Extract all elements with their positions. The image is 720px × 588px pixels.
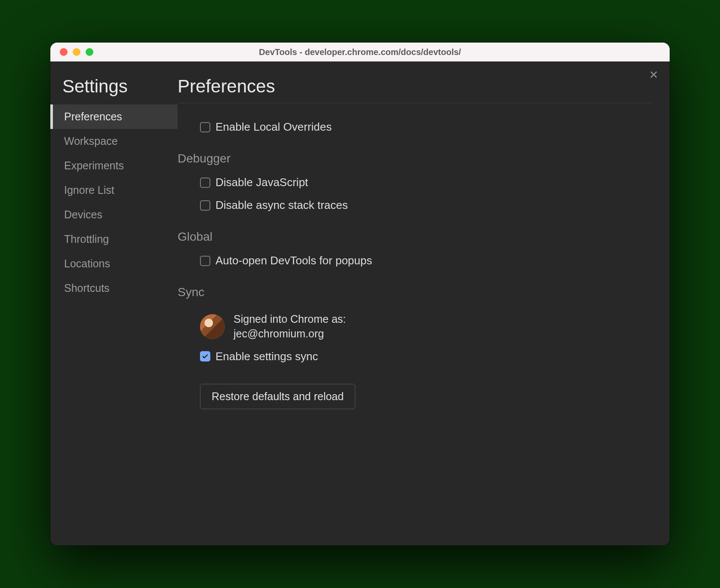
sidebar-item-locations[interactable]: Locations [50, 251, 178, 276]
section-title-global: Global [178, 230, 644, 244]
option-label: Disable async stack traces [215, 199, 348, 212]
option-enable-local-overrides[interactable]: Enable Local Overrides [178, 103, 644, 137]
minimize-window-icon[interactable] [73, 48, 80, 56]
option-label: Enable Local Overrides [215, 120, 332, 134]
option-auto-open-devtools-popups[interactable]: Auto-open DevTools for popups [178, 248, 644, 271]
option-label: Auto-open DevTools for popups [215, 254, 372, 267]
sidebar-item-shortcuts[interactable]: Shortcuts [50, 276, 178, 300]
signed-in-label: Signed into Chrome as: [234, 312, 346, 327]
section-title-sync: Sync [178, 285, 644, 299]
devtools-window: DevTools - developer.chrome.com/docs/dev… [50, 43, 670, 545]
restore-defaults-button[interactable]: Restore defaults and reload [200, 384, 355, 409]
close-icon[interactable]: ✕ [649, 69, 658, 80]
checkbox-icon[interactable] [200, 351, 210, 361]
maximize-window-icon[interactable] [86, 48, 93, 56]
sidebar-item-ignore-list[interactable]: Ignore List [50, 178, 178, 202]
sidebar-item-devices[interactable]: Devices [50, 202, 178, 227]
checkbox-icon[interactable] [200, 178, 210, 188]
preferences-scroll[interactable]: Enable Local Overrides Debugger Disable … [178, 103, 652, 545]
checkbox-icon[interactable] [200, 122, 210, 132]
preferences-panel: Preferences Enable Local Overrides Debug… [178, 61, 670, 545]
option-label: Enable settings sync [215, 350, 318, 363]
option-disable-async-stack-traces[interactable]: Disable async stack traces [178, 193, 644, 215]
settings-sidebar: Settings Preferences Workspace Experimen… [50, 61, 178, 545]
option-disable-javascript[interactable]: Disable JavaScript [178, 170, 644, 193]
titlebar: DevTools - developer.chrome.com/docs/dev… [50, 43, 670, 61]
avatar [200, 314, 225, 339]
option-enable-settings-sync[interactable]: Enable settings sync [178, 344, 644, 367]
sidebar-item-throttling[interactable]: Throttling [50, 227, 178, 251]
sync-account-text: Signed into Chrome as: jec@chromium.org [234, 312, 346, 341]
option-label: Disable JavaScript [215, 176, 308, 189]
sidebar-item-preferences[interactable]: Preferences [50, 104, 178, 129]
section-title-debugger: Debugger [178, 152, 644, 165]
sidebar-title: Settings [50, 76, 178, 104]
close-window-icon[interactable] [60, 48, 68, 56]
sync-account-row: Signed into Chrome as: jec@chromium.org [178, 303, 644, 344]
window-controls [50, 48, 93, 56]
page-title: Preferences [178, 76, 652, 103]
sidebar-item-workspace[interactable]: Workspace [50, 129, 178, 153]
signed-in-email: jec@chromium.org [234, 327, 346, 341]
checkbox-icon[interactable] [200, 200, 210, 211]
sidebar-item-experiments[interactable]: Experiments [50, 153, 178, 178]
checkbox-icon[interactable] [200, 256, 210, 266]
window-title: DevTools - developer.chrome.com/docs/dev… [50, 47, 670, 57]
